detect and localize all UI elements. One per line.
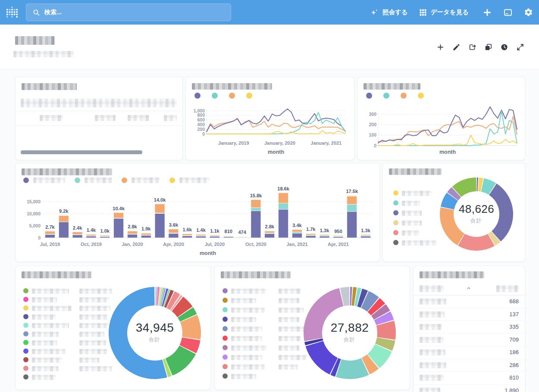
legend-item[interactable] — [393, 209, 441, 219]
chart-legend[interactable] — [393, 189, 441, 249]
fullscreen-button[interactable] — [516, 43, 525, 51]
new-button[interactable] — [483, 8, 492, 17]
browse-data-button[interactable]: データを見る — [419, 8, 469, 16]
table-header-row[interactable] — [414, 283, 525, 296]
table-row[interactable]: 688 — [414, 296, 525, 308]
card-stacked-bar-chart[interactable]: 15,00010,0005,00002.7kJul, 20199.2k2.4k1… — [15, 163, 380, 262]
legend-value-redacted — [79, 297, 110, 302]
add-to-dashboard-button[interactable] — [436, 43, 445, 51]
legend-item[interactable] — [393, 229, 441, 239]
search-input[interactable]: 検索... — [26, 3, 231, 21]
svg-text:1.1k: 1.1k — [210, 228, 219, 233]
table-row[interactable]: 709 — [414, 334, 525, 347]
horizontal-scrollbar[interactable] — [21, 150, 142, 154]
legend-item[interactable] — [122, 177, 160, 183]
legend-value-redacted — [279, 317, 299, 322]
legend-dot[interactable] — [418, 93, 424, 99]
metabase-dashboard-app: 検索... 照会する — [0, 0, 539, 392]
legend-dot[interactable] — [401, 93, 407, 99]
duplicate-dashboard-button[interactable] — [484, 43, 493, 51]
legend-label-redacted — [231, 289, 266, 294]
chart-legend[interactable] — [222, 287, 303, 382]
svg-text:1.6k: 1.6k — [183, 227, 192, 232]
legend-item[interactable] — [222, 287, 303, 296]
legend-item[interactable] — [222, 315, 303, 325]
card-table-kpi[interactable]: 6881373357091862868101,890 — [413, 266, 525, 392]
card-title-redacted — [22, 271, 91, 278]
table-cell-redacted — [420, 362, 446, 368]
chart-legend[interactable] — [194, 93, 252, 99]
legend-dot[interactable] — [229, 93, 235, 99]
legend-dot[interactable] — [246, 93, 252, 99]
table-row[interactable]: 1,890 — [414, 385, 525, 392]
legend-item[interactable] — [23, 287, 103, 296]
card-donut-chart-3[interactable]: 27,882 合計 — [214, 266, 410, 390]
legend-value-redacted — [279, 289, 301, 294]
legend-item[interactable] — [222, 372, 303, 382]
legend-item[interactable] — [23, 313, 103, 321]
legend-item[interactable] — [23, 330, 103, 339]
card-table-preview[interactable] — [15, 77, 183, 160]
legend-item[interactable] — [222, 363, 303, 372]
legend-item[interactable] — [75, 177, 112, 183]
legend-item[interactable] — [393, 199, 441, 209]
legend-item[interactable] — [222, 334, 303, 344]
legend-item[interactable] — [393, 219, 441, 229]
legend-dot — [23, 323, 28, 328]
svg-text:2.4k: 2.4k — [73, 225, 82, 230]
legend-item[interactable] — [23, 304, 103, 313]
card-line-chart-1[interactable]: 1,0008006004002000January, 2019January, … — [185, 77, 354, 160]
legend-item[interactable] — [23, 339, 103, 347]
history-button[interactable] — [500, 43, 509, 51]
legend-dot[interactable] — [383, 93, 389, 99]
chart-legend[interactable] — [23, 177, 210, 183]
legend-item[interactable] — [222, 306, 303, 315]
panel-toggle-button[interactable] — [503, 8, 513, 17]
fullscreen-icon — [516, 43, 525, 51]
table-row[interactable]: 286 — [414, 359, 525, 372]
legend-item[interactable] — [23, 321, 103, 330]
legend-item[interactable] — [23, 356, 103, 364]
legend-dot[interactable] — [194, 93, 201, 99]
share-dashboard-button[interactable] — [468, 43, 477, 51]
svg-text:Apr, 2020: Apr, 2020 — [163, 242, 184, 247]
legend-label-redacted — [402, 240, 436, 246]
card-line-chart-2[interactable]: 3002001000month — [357, 77, 525, 160]
card-donut-chart-2[interactable]: 34,945 合計 — [15, 266, 211, 390]
legend-item[interactable] — [23, 177, 65, 183]
table-row[interactable]: 186 — [414, 346, 525, 359]
legend-item[interactable] — [222, 353, 303, 363]
legend-item[interactable] — [23, 347, 103, 356]
legend-item[interactable] — [393, 189, 441, 199]
table-row[interactable]: 335 — [414, 321, 525, 334]
legend-item[interactable] — [222, 296, 303, 306]
legend-item[interactable] — [23, 373, 103, 382]
stacked-bar-chart: 15,00010,0005,00002.7kJul, 20199.2k2.4k1… — [19, 186, 378, 260]
svg-text:1.9k: 1.9k — [141, 226, 151, 231]
settings-button[interactable] — [524, 8, 533, 17]
legend-item[interactable] — [169, 177, 210, 183]
svg-text:1.3k: 1.3k — [320, 228, 329, 233]
legend-item[interactable] — [393, 239, 441, 249]
legend-item[interactable] — [222, 325, 303, 334]
card-donut-chart-1[interactable]: 48,626 合計 — [382, 163, 525, 262]
legend-dot — [23, 297, 28, 302]
chart-legend[interactable] — [366, 93, 424, 99]
table-row[interactable]: 810 — [414, 372, 525, 385]
sparkle-icon — [370, 8, 379, 17]
new-question-button[interactable]: 照会する — [370, 8, 408, 17]
sort-chevron-up-icon[interactable] — [466, 286, 471, 291]
legend-label-redacted — [402, 201, 420, 206]
legend-label-redacted — [32, 323, 69, 328]
legend-item[interactable] — [23, 364, 103, 373]
legend-item[interactable] — [23, 296, 103, 304]
metabase-logo[interactable] — [6, 6, 18, 18]
clock-icon — [500, 43, 509, 51]
chart-legend[interactable] — [23, 287, 103, 382]
table-row[interactable]: 137 — [414, 308, 525, 321]
legend-item[interactable] — [222, 344, 303, 353]
legend-dot[interactable] — [366, 93, 372, 99]
edit-dashboard-button[interactable] — [452, 43, 461, 51]
legend-dot[interactable] — [212, 93, 218, 99]
legend-dot — [222, 317, 228, 322]
